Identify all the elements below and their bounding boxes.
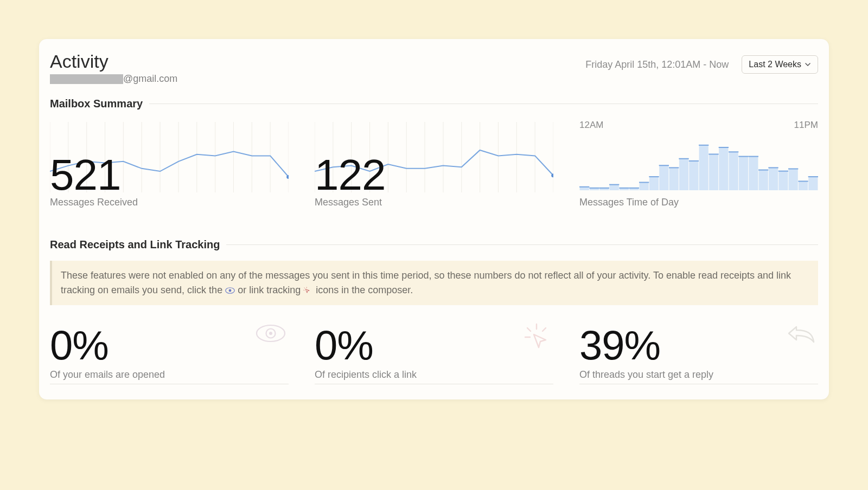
metric-received: 521 Messages Received (50, 122, 289, 208)
activity-card: Activity @gmail.com Friday April 15th, 1… (39, 39, 829, 399)
svg-line-82 (304, 288, 305, 288)
stat-clicked-label: Of recipients click a link (315, 369, 553, 381)
metric-sent-value: 122 (315, 153, 385, 197)
svg-rect-36 (610, 185, 619, 190)
svg-rect-54 (699, 145, 709, 190)
stat-replied-label: Of threads you start get a reply (579, 369, 818, 381)
svg-rect-66 (759, 170, 768, 190)
cursor-click-icon (303, 287, 313, 294)
svg-rect-68 (769, 167, 778, 190)
section-read-receipts: Read Receipts and Link Tracking (50, 238, 818, 251)
svg-point-79 (229, 289, 232, 292)
header-row: Activity @gmail.com Friday April 15th, 1… (50, 51, 818, 85)
reply-icon (787, 323, 816, 346)
svg-rect-72 (789, 169, 798, 190)
timeframe-picker-label: Last 2 Weeks (749, 60, 801, 69)
svg-rect-56 (709, 154, 718, 190)
svg-rect-44 (649, 177, 659, 190)
svg-point-85 (269, 332, 272, 335)
metric-sent: 122 Messages Sent (315, 122, 553, 208)
svg-rect-60 (729, 152, 738, 190)
page-title: Activity (50, 51, 177, 72)
section-title: Mailbox Summary (50, 98, 143, 110)
svg-rect-48 (669, 167, 679, 190)
barchart-tod (579, 134, 818, 190)
svg-rect-50 (679, 159, 688, 190)
svg-rect-64 (749, 157, 758, 190)
metric-tod: 12AM 11PM Messages Time of Day (579, 120, 818, 208)
svg-rect-62 (739, 157, 748, 190)
header-left: Activity @gmail.com (50, 51, 177, 85)
eye-icon (255, 323, 286, 346)
svg-rect-52 (689, 161, 698, 190)
notice-text-c: icons in the composer. (316, 285, 413, 295)
account-email: @gmail.com (50, 73, 177, 85)
metric-received-value: 521 (50, 153, 120, 197)
date-range-label: Friday April 15th, 12:01AM - Now (585, 59, 729, 70)
stats-row: 0% Of your emails are opened 0% Of recip… (50, 325, 818, 384)
tracking-notice: These features were not enabled on any o… (50, 261, 818, 305)
svg-rect-58 (719, 147, 728, 190)
eye-icon (225, 287, 235, 294)
chevron-down-icon (805, 61, 811, 68)
timeframe-picker[interactable]: Last 2 Weeks (742, 55, 818, 74)
email-domain: @gmail.com (123, 73, 177, 85)
cursor-click-icon (522, 323, 551, 354)
stat-opened: 0% Of your emails are opened (50, 325, 289, 384)
summary-row: 521 Messages Received 122 Messages Sent … (50, 120, 818, 208)
stat-replied: 39% Of threads you start get a reply (579, 325, 818, 384)
svg-rect-76 (808, 177, 818, 190)
notice-text-a: These features were not enabled on any o… (61, 270, 791, 295)
stat-replied-value: 39% (579, 325, 818, 366)
section-mailbox-summary: Mailbox Summary (50, 98, 818, 110)
header-right: Friday April 15th, 12:01AM - Now Last 2 … (585, 55, 818, 74)
svg-rect-70 (778, 171, 788, 190)
metric-tod-label: Messages Time of Day (579, 197, 818, 208)
section-title: Read Receipts and Link Tracking (50, 238, 220, 251)
svg-rect-74 (799, 181, 808, 190)
svg-line-87 (527, 328, 531, 331)
stat-opened-label: Of your emails are opened (50, 369, 289, 381)
svg-line-88 (542, 328, 546, 331)
svg-rect-46 (659, 165, 668, 190)
tod-start-label: 12AM (579, 120, 603, 131)
svg-rect-42 (640, 182, 649, 190)
section-divider (226, 244, 818, 245)
section-divider (149, 104, 818, 104)
email-redacted (50, 74, 123, 84)
stat-opened-value: 0% (50, 325, 289, 366)
notice-text-b: or link tracking (238, 285, 303, 295)
tod-end-label: 11PM (794, 120, 818, 131)
stat-clicked: 0% Of recipients click a link (315, 325, 553, 384)
stat-clicked-value: 0% (315, 325, 553, 366)
